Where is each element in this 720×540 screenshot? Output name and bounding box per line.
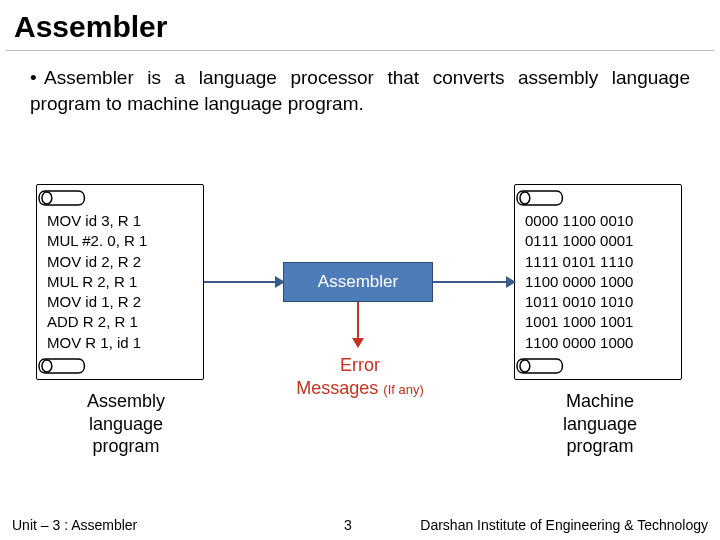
- scroll-curl-icon: [37, 355, 203, 377]
- page-title: Assembler: [0, 0, 720, 50]
- mc-line: 1001 1000 1001: [525, 312, 671, 332]
- caption-line: language: [530, 413, 670, 436]
- caption-line: program: [530, 435, 670, 458]
- error-line1: Error: [340, 355, 380, 375]
- assembler-box-label: Assembler: [318, 272, 398, 292]
- mc-line: 1011 0010 1010: [525, 292, 671, 312]
- asm-line: MOV R 1, id 1: [47, 333, 193, 353]
- caption-line: program: [56, 435, 196, 458]
- mc-line: 1100 0000 1000: [525, 272, 671, 292]
- mc-line: 0111 1000 0001: [525, 231, 671, 251]
- asm-line: MOV id 3, R 1: [47, 211, 193, 231]
- diagram: MOV id 3, R 1 MUL #2. 0, R 1 MOV id 2, R…: [0, 178, 720, 468]
- svg-point-1: [42, 360, 52, 372]
- arrow-head-icon: [352, 338, 364, 348]
- arrow-head-icon: [506, 276, 516, 288]
- machine-caption: Machine language program: [530, 390, 670, 458]
- arrow-icon: [204, 281, 283, 283]
- footer: Unit – 3 : Assembler 3 Darshan Institute…: [0, 510, 720, 540]
- error-line2: Messages: [296, 378, 378, 398]
- mc-line: 0000 1100 0010: [525, 211, 671, 231]
- arrow-icon: [433, 281, 514, 283]
- scroll-curl-icon: [515, 187, 681, 209]
- asm-line: ADD R 2, R 1: [47, 312, 193, 332]
- bullet-text: •Assembler is a language processor that …: [0, 51, 720, 116]
- footer-institute: Darshan Institute of Engineering & Techn…: [420, 517, 708, 533]
- caption-line: language: [56, 413, 196, 436]
- mc-line: 1100 0000 1000: [525, 333, 671, 353]
- footer-page-number: 3: [344, 517, 352, 533]
- caption-line: Assembly: [56, 390, 196, 413]
- scroll-curl-icon: [37, 187, 203, 209]
- assembler-box: Assembler: [283, 262, 433, 302]
- svg-point-0: [42, 192, 52, 204]
- assembly-scroll: MOV id 3, R 1 MUL #2. 0, R 1 MOV id 2, R…: [36, 184, 204, 380]
- svg-point-3: [520, 360, 530, 372]
- assembly-caption: Assembly language program: [56, 390, 196, 458]
- error-ifany: (If any): [383, 382, 423, 397]
- error-messages-caption: Error Messages (If any): [270, 354, 450, 399]
- arrow-head-icon: [275, 276, 285, 288]
- machine-scroll: 0000 1100 0010 0111 1000 0001 1111 0101 …: [514, 184, 682, 380]
- bullet-content: Assembler is a language processor that c…: [30, 67, 690, 114]
- asm-line: MUL #2. 0, R 1: [47, 231, 193, 251]
- asm-line: MUL R 2, R 1: [47, 272, 193, 292]
- scroll-curl-icon: [515, 355, 681, 377]
- arrow-icon: [357, 302, 359, 342]
- asm-line: MOV id 1, R 2: [47, 292, 193, 312]
- asm-line: MOV id 2, R 2: [47, 252, 193, 272]
- footer-unit: Unit – 3 : Assembler: [0, 517, 137, 533]
- svg-point-2: [520, 192, 530, 204]
- caption-line: Machine: [530, 390, 670, 413]
- mc-line: 1111 0101 1110: [525, 252, 671, 272]
